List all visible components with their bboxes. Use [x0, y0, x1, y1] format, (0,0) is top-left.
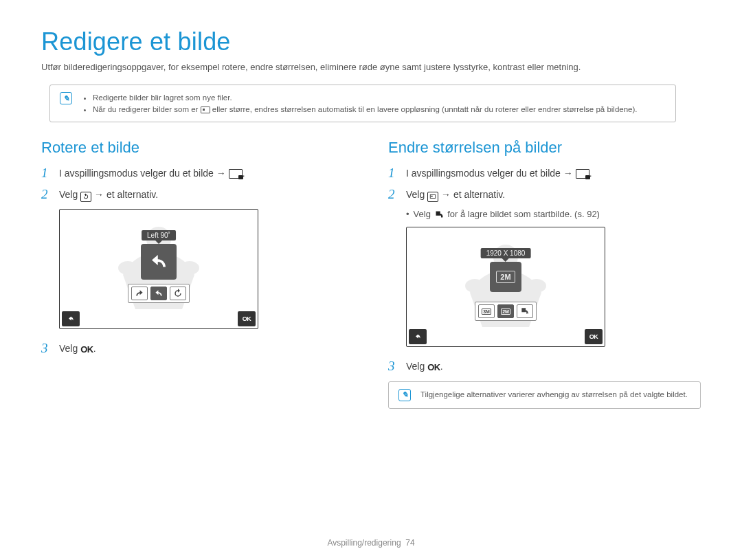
step-text: → et alternativ.	[441, 189, 505, 200]
rotate-right-option[interactable]	[131, 287, 148, 300]
svg-rect-4	[431, 196, 433, 197]
page-footer: Avspilling/redigering 74	[0, 538, 742, 548]
tooltip-resolution: 1920 X 1080	[481, 248, 531, 258]
note-icon: ✎	[60, 92, 72, 104]
rotate-left-option[interactable]	[150, 287, 167, 300]
step-1: 1 I avspillingsmodus velger du et bilde …	[388, 166, 701, 181]
back-button[interactable]	[409, 329, 427, 344]
edit-icon	[229, 169, 243, 179]
startup-icon	[434, 210, 445, 220]
svg-point-7	[527, 279, 546, 293]
selected-rotate-left	[141, 244, 177, 280]
back-button[interactable]	[62, 311, 80, 326]
step-1: 1 I avspillingsmodus velger du et bilde …	[41, 166, 354, 181]
resize-options: 3M 2M	[475, 302, 537, 321]
res-option-2m[interactable]: 2M	[497, 304, 514, 318]
rotate-heading: Rotere et bilde	[41, 139, 354, 157]
res-option-startup[interactable]	[517, 304, 533, 318]
footer-section: Avspilling/redigering	[327, 538, 401, 548]
step-number: 1	[388, 166, 399, 179]
step-text: Velg	[59, 189, 78, 200]
page-title: Redigere et bilde	[41, 27, 701, 56]
svg-point-1	[118, 261, 137, 275]
svg-point-6	[465, 279, 484, 293]
footer-page: 74	[405, 538, 414, 548]
resize-heading: Endre størrelsen på bilder	[388, 139, 701, 157]
step-text: Velg	[59, 343, 78, 354]
step-number: 3	[388, 359, 399, 372]
ok-button[interactable]: OK	[238, 311, 256, 326]
step-text: Velg	[406, 361, 425, 372]
note-item: Når du redigerer bilder som er eller stø…	[93, 104, 638, 115]
resize-icon	[427, 192, 438, 202]
page-description: Utfør bilderedigeringsoppgaver, for ekse…	[41, 62, 701, 72]
sub-text: for å lagre bildet som startbilde. (s. 9…	[447, 209, 600, 219]
res-option-3m[interactable]: 3M	[478, 304, 495, 318]
rotate-icon	[80, 192, 91, 202]
step-text: I avspillingsmodus velger du et bilde →	[59, 168, 226, 179]
resize-screen: 1920 X 1080 2M 3M 2M OK	[406, 227, 605, 347]
tooltip-left90: Left 90˚	[142, 230, 176, 240]
rotate-options	[128, 284, 190, 303]
step-text: Velg	[406, 189, 425, 200]
rotate-screen: Left 90˚ OK	[59, 209, 258, 329]
step-number: 3	[41, 341, 52, 355]
step-number: 1	[41, 166, 52, 179]
step-3: 3 Velg OK.	[388, 359, 701, 374]
selected-resolution: 2M	[490, 262, 521, 292]
step-number: 2	[41, 188, 52, 201]
bottom-note-text: Tilgjengelige alternativer varierer avhe…	[420, 389, 688, 401]
top-note: ✎ Redigerte bilder blir lagret som nye f…	[49, 85, 676, 122]
size-icon	[201, 107, 210, 113]
edit-icon	[576, 169, 589, 179]
rotate-180-option[interactable]	[170, 287, 186, 300]
ok-icon: OK	[427, 361, 440, 374]
step-text: → et alternativ.	[94, 189, 158, 200]
rotate-section: Rotere et bilde 1 I avspillingsmodus vel…	[41, 139, 354, 409]
ok-button[interactable]: OK	[585, 329, 603, 344]
sub-bullet: Velg for å lagre bildet som startbilde. …	[406, 209, 701, 220]
step-2: 2 Velg → et alternativ.	[388, 188, 701, 202]
step-number: 2	[388, 188, 399, 201]
svg-rect-3	[430, 195, 436, 199]
res-label: 2M	[500, 273, 510, 281]
svg-point-2	[180, 261, 199, 275]
resize-section: Endre størrelsen på bilder 1 I avspillin…	[388, 139, 701, 409]
step-text: I avspillingsmodus velger du et bilde →	[406, 168, 573, 179]
note-item: Redigerte bilder blir lagret som nye fil…	[93, 92, 638, 104]
top-note-list: Redigerte bilder blir lagret som nye fil…	[82, 92, 638, 115]
ok-icon: OK	[80, 343, 93, 357]
sub-text: Velg	[414, 209, 431, 219]
step-2: 2 Velg → et alternativ.	[41, 188, 354, 202]
step-3: 3 Velg OK.	[41, 341, 354, 357]
note-icon: ✎	[398, 389, 411, 401]
bottom-note: ✎ Tilgjengelige alternativer varierer av…	[388, 381, 701, 409]
